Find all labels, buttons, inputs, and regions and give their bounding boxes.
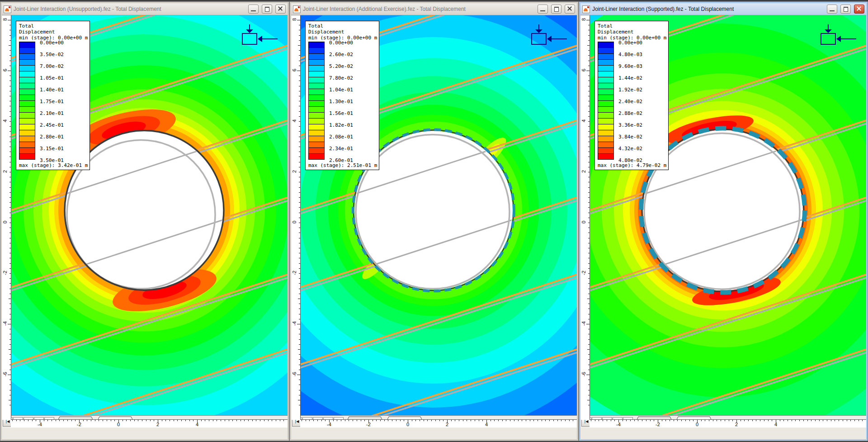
- legend-value: 2.40e-02: [618, 99, 642, 105]
- vertical-ruler: 86420-2-4-6: [2, 15, 11, 420]
- contour-canvas[interactable]: Total Displacement min (stage): 0.00e+00…: [590, 15, 866, 420]
- minimize-button[interactable]: [827, 5, 837, 14]
- legend-value: 3.84e-02: [618, 134, 642, 140]
- legend-value: 2.10e-01: [40, 110, 64, 116]
- legend-value: 1.44e-02: [618, 75, 642, 81]
- view-client: 86420-2-4-6 -4-2024 Total Displacement m…: [291, 15, 577, 428]
- legend-swatch: [19, 124, 35, 130]
- legend-value: 3.36e-02: [618, 122, 642, 128]
- legend-value: 1.05e-01: [40, 75, 64, 81]
- minimize-button[interactable]: [538, 5, 548, 14]
- legend-title-1: Total: [598, 23, 666, 29]
- legend-swatch: [19, 112, 35, 119]
- legend-swatch: [598, 147, 614, 154]
- y-axis-label: 8: [292, 16, 297, 23]
- legend-swatch: [19, 142, 35, 148]
- mdi-workspace: Joint-Liner Interaction (Unsupported).fe…: [0, 0, 868, 442]
- legend-value: 1.92e-02: [618, 87, 642, 93]
- legend-title-1: Total: [19, 23, 88, 29]
- legend-swatch: [598, 59, 614, 66]
- minimize-icon: [830, 10, 835, 11]
- y-axis-label: 0: [292, 219, 297, 226]
- legend-value: 7.80e-02: [329, 75, 353, 81]
- legend-color-scale: [308, 42, 325, 160]
- legend-swatch: [19, 53, 35, 60]
- restore-icon: [554, 7, 559, 12]
- x-axis-label: 2: [156, 422, 159, 427]
- x-axis-label: 2: [735, 422, 738, 427]
- close-button[interactable]: [565, 5, 575, 14]
- field-stress-icon: [529, 24, 568, 49]
- restore-button[interactable]: [840, 5, 851, 14]
- legend-box: Total Displacement min (stage): 0.00e+00…: [594, 21, 669, 170]
- vertical-ruler: 86420-2-4-6: [291, 15, 301, 420]
- titlebar[interactable]: Joint-Liner Interaction (Unsupported).fe…: [2, 3, 288, 15]
- legend-swatch: [598, 112, 614, 119]
- legend-swatch: [598, 142, 614, 148]
- field-stress-icon: [818, 24, 857, 49]
- minimize-button[interactable]: [248, 5, 259, 14]
- legend-swatch: [598, 71, 614, 77]
- legend-swatch: [598, 53, 614, 60]
- legend-color-scale: [19, 42, 35, 160]
- legend-value: 2.45e-01: [40, 122, 64, 128]
- legend-swatch: [308, 53, 325, 60]
- legend-swatch: [308, 42, 325, 48]
- y-axis-label: 4: [581, 117, 586, 124]
- y-axis-label: 4: [292, 117, 297, 124]
- legend-value: 3.50e-01: [40, 157, 64, 163]
- y-axis-label: -4: [292, 320, 297, 327]
- horizontal-ruler: -4-2024: [300, 419, 577, 428]
- legend-swatch: [598, 83, 614, 89]
- legend-swatch: [19, 83, 35, 89]
- legend-title-2: Displacement: [598, 29, 666, 35]
- x-axis-label: 0: [117, 422, 120, 427]
- restore-icon: [265, 7, 269, 12]
- field-stress-icon: [240, 24, 278, 49]
- legend-swatch: [598, 124, 614, 130]
- restore-button[interactable]: [262, 5, 272, 14]
- close-button[interactable]: [854, 5, 864, 14]
- legend-swatch: [598, 77, 614, 83]
- legend-box: Total Displacement min (stage): 0.00e+00…: [305, 21, 379, 170]
- contour-canvas[interactable]: Total Displacement min (stage): 0.00e+00…: [300, 15, 577, 420]
- y-axis-label: -2: [292, 269, 297, 276]
- y-axis-label: 2: [292, 168, 297, 175]
- titlebar[interactable]: Joint-Liner Interaction (Supported).fez …: [580, 3, 866, 15]
- legend-value: 2.34e-01: [329, 146, 353, 152]
- legend-value: 0.00e+00: [40, 40, 64, 46]
- close-button[interactable]: [275, 5, 286, 14]
- x-axis-label: -4: [616, 422, 621, 427]
- legend-swatch: [19, 136, 35, 142]
- legend-swatch: [308, 118, 325, 124]
- y-axis-label: 6: [2, 67, 8, 74]
- legend-swatch: [598, 118, 614, 124]
- rs2-file-icon: [4, 5, 11, 13]
- legend-swatch: [308, 112, 325, 119]
- legend-value: 1.30e-01: [329, 99, 353, 105]
- legend-swatch: [308, 124, 325, 130]
- contour-canvas[interactable]: Total Displacement min (stage): 0.00e+00…: [11, 15, 288, 420]
- x-axis-label: -2: [77, 422, 81, 427]
- legend-value: 1.75e-01: [40, 99, 64, 105]
- legend-swatch: [308, 106, 325, 113]
- y-axis-label: 4: [2, 117, 8, 124]
- legend-swatch: [19, 118, 35, 124]
- legend-swatch: [19, 59, 35, 66]
- legend-swatch: [308, 130, 325, 136]
- vertical-ruler: 86420-2-4-6: [580, 15, 590, 420]
- legend-swatch: [308, 83, 325, 89]
- view-client: 86420-2-4-6 -4-2024 Total Displacement m…: [580, 15, 866, 428]
- legend-swatch: [598, 65, 614, 71]
- restore-button[interactable]: [551, 5, 561, 14]
- legend-swatch: [308, 48, 325, 54]
- y-axis-label: 2: [2, 168, 8, 175]
- legend-swatch: [308, 89, 325, 95]
- legend-value: 2.80e-01: [40, 134, 64, 140]
- legend-value: 3.15e-01: [40, 146, 64, 152]
- legend-swatch: [308, 153, 325, 160]
- legend-swatch: [308, 59, 325, 66]
- titlebar[interactable]: Joint-Liner Interaction (Additional Exer…: [291, 3, 577, 15]
- legend-swatch: [308, 95, 325, 101]
- legend-swatch: [19, 147, 35, 154]
